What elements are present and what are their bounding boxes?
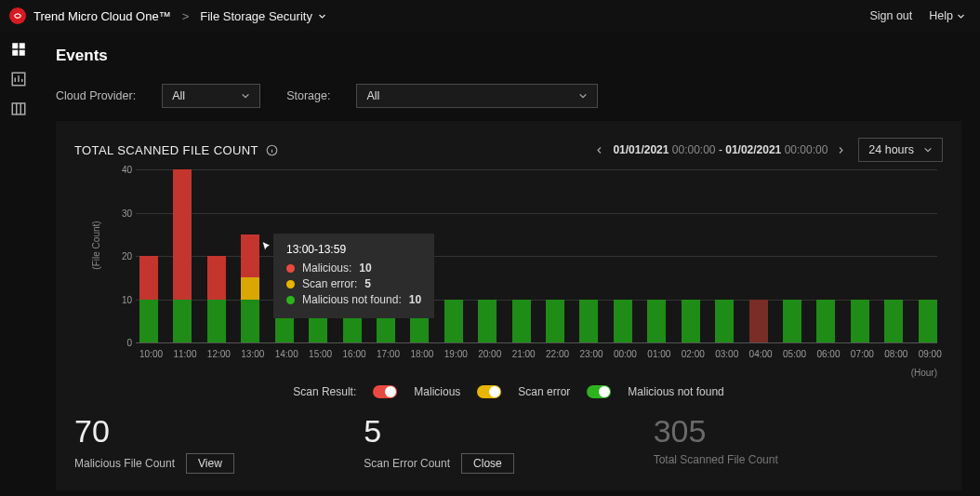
storage-value: All <box>366 89 379 102</box>
y-axis-label: (File Count) <box>91 221 101 269</box>
x-axis-label: (Hour) <box>911 368 937 378</box>
time-range-select[interactable]: 24 hours <box>858 138 943 162</box>
x-tick: 20:00 <box>478 349 497 359</box>
bar-1900[interactable] <box>444 169 463 342</box>
x-tick: 03:00 <box>715 349 734 359</box>
svg-rect-2 <box>12 50 18 56</box>
page-title: Events <box>56 47 961 65</box>
x-tick: 07:00 <box>851 349 869 359</box>
y-tick: 40 <box>112 165 132 175</box>
toggle-malicious[interactable] <box>373 385 397 398</box>
y-tick: 30 <box>112 208 132 218</box>
bar-1100[interactable] <box>173 169 192 342</box>
cloud-provider-label: Cloud Provider: <box>56 89 136 102</box>
x-tick: 13:00 <box>241 349 259 359</box>
info-icon[interactable] <box>266 144 278 156</box>
stat-error: 5 Scan Error Count Close <box>364 413 653 474</box>
bar-2300[interactable] <box>579 169 598 342</box>
bar-0300[interactable] <box>715 169 734 342</box>
svg-rect-1 <box>20 43 25 48</box>
x-tick: 18:00 <box>410 349 429 359</box>
bar-1300[interactable] <box>241 169 259 342</box>
chevron-down-icon <box>923 145 933 154</box>
x-tick: 09:00 <box>919 349 937 359</box>
bar-1000[interactable] <box>139 169 158 342</box>
chevron-down-icon <box>578 91 588 101</box>
tooltip-notfound-value: 10 <box>409 293 421 306</box>
stat-error-label: Scan Error Count <box>364 457 450 470</box>
view-button[interactable]: View <box>186 453 234 474</box>
bar-1200[interactable] <box>207 169 226 342</box>
x-tick: 00:00 <box>614 349 632 359</box>
x-tick: 01:00 <box>647 349 666 359</box>
storage-label: Storage: <box>286 89 330 102</box>
svg-rect-0 <box>12 43 18 48</box>
breadcrumb-separator: > <box>182 9 190 23</box>
range-prev-icon[interactable] <box>595 146 603 154</box>
bar-0600[interactable] <box>816 169 835 342</box>
sign-out-link[interactable]: Sign out <box>869 9 912 22</box>
bar-0500[interactable] <box>783 169 801 342</box>
left-nav-rail <box>0 32 37 496</box>
bar-0100[interactable] <box>647 169 666 342</box>
range-next-icon[interactable] <box>837 146 845 154</box>
storage-select[interactable]: All <box>356 84 598 108</box>
bar-0000[interactable] <box>614 169 632 342</box>
stat-total-value: 305 <box>654 413 943 449</box>
x-tick: 11:00 <box>173 349 192 359</box>
x-tick: 17:00 <box>377 349 395 359</box>
x-tick: 12:00 <box>207 349 226 359</box>
chart-icon[interactable] <box>10 71 27 87</box>
main-content: Events Cloud Provider: All Storage: All … <box>37 32 980 496</box>
svg-rect-3 <box>20 50 25 56</box>
bar-2000[interactable] <box>478 169 497 342</box>
bar-0900[interactable] <box>919 169 937 342</box>
stat-malicious-value: 70 <box>74 413 364 449</box>
y-tick: 0 <box>112 338 132 348</box>
legend-label: Scan Result: <box>293 385 356 398</box>
x-tick: 21:00 <box>512 349 531 359</box>
stat-total: 305 Total Scanned File Count <box>654 413 943 474</box>
chevron-down-icon <box>318 12 326 20</box>
y-tick: 10 <box>112 294 132 304</box>
bar-0700[interactable] <box>851 169 869 342</box>
tooltip-malicious-value: 10 <box>359 261 371 275</box>
x-tick: 16:00 <box>343 349 362 359</box>
x-tick: 22:00 <box>546 349 564 359</box>
columns-icon[interactable] <box>10 101 27 117</box>
filter-bar: Cloud Provider: All Storage: All <box>56 84 961 108</box>
tooltip-malicious-label: Malicious: <box>302 261 351 275</box>
cloud-provider-value: All <box>172 89 185 102</box>
cursor-icon <box>260 240 273 253</box>
toggle-not-found[interactable] <box>587 385 611 398</box>
x-tick: 14:00 <box>275 349 294 359</box>
brand-logo-icon <box>9 7 26 24</box>
close-button[interactable]: Close <box>461 453 514 474</box>
x-tick: 05:00 <box>783 349 801 359</box>
breadcrumb-service-dropdown[interactable]: File Storage Security <box>200 9 326 23</box>
toggle-scan-error[interactable] <box>477 385 501 398</box>
stat-error-value: 5 <box>364 413 653 449</box>
legend-scan-error: Scan error <box>518 385 570 398</box>
chevron-down-icon <box>957 12 965 20</box>
bar-2200[interactable] <box>546 169 564 342</box>
help-dropdown[interactable]: Help <box>929 9 965 22</box>
chart-legend: Scan Result: Malicious Scan error Malici… <box>74 385 943 398</box>
bar-chart[interactable]: 010203040 10:0011:0012:0013:0014:0015:00… <box>112 169 937 342</box>
svg-rect-5 <box>12 103 25 114</box>
help-label: Help <box>929 9 953 22</box>
cloud-provider-select[interactable]: All <box>162 84 260 108</box>
tooltip-error-value: 5 <box>364 277 371 290</box>
bar-0400[interactable] <box>749 169 768 342</box>
x-tick: 02:00 <box>682 349 700 359</box>
stat-total-label: Total Scanned File Count <box>654 453 778 466</box>
dashboard-icon[interactable] <box>10 41 27 58</box>
dot-green-icon <box>286 296 295 304</box>
panel-title: TOTAL SCANNED FILE COUNT <box>74 143 258 157</box>
bar-0800[interactable] <box>884 169 903 342</box>
stats-row: 70 Malicious File Count View 5 Scan Erro… <box>74 413 943 474</box>
breadcrumb-product[interactable]: Trend Micro Cloud One™ <box>33 9 171 23</box>
bar-0200[interactable] <box>682 169 700 342</box>
bar-2100[interactable] <box>512 169 531 342</box>
time-range-value: 24 hours <box>868 143 914 156</box>
